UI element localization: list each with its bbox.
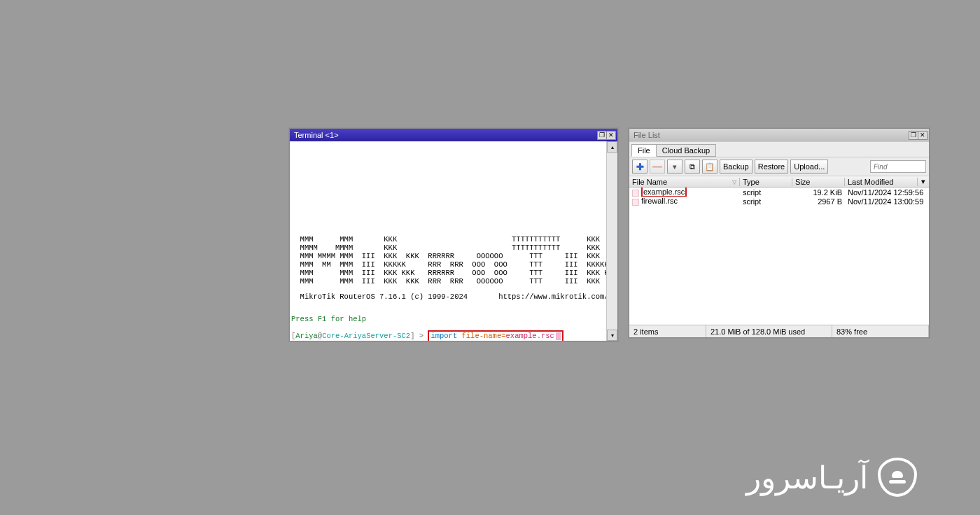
backup-button[interactable]: Backup	[720, 160, 752, 174]
status-free: 83% free	[832, 325, 929, 337]
funnel-icon: ▾	[673, 162, 677, 171]
col-filename[interactable]: File Name	[629, 178, 740, 186]
plus-icon: ✚	[636, 162, 644, 172]
col-size[interactable]: Size	[792, 178, 845, 186]
watermark: آریـاسرور	[746, 458, 917, 497]
file-size: 2967 B	[792, 197, 845, 206]
scroll-up-button[interactable]: ▴	[607, 141, 617, 153]
cmd-arg: file-name=	[462, 332, 506, 340]
command-highlight: import file-name=example.rsc	[428, 330, 563, 341]
filelist-tabs: File Cloud Backup	[629, 142, 929, 157]
table-row[interactable]: firewall.rsc script 2967 B Nov/11/2024 1…	[629, 197, 929, 206]
prompt-line: [Ariya@Core-AriyaServer-SC2] > import fi…	[291, 330, 605, 341]
scroll-down-button[interactable]: ▾	[607, 330, 617, 341]
cmd-keyword: import	[430, 332, 457, 340]
prompt-user: Ariya	[295, 332, 318, 340]
file-size: 19.2 KiB	[792, 188, 845, 197]
watermark-text: آریـاسرور	[746, 460, 868, 495]
col-menu-button[interactable]: ▾	[918, 177, 929, 186]
terminal-scrollbar[interactable]: ▴ ▾	[606, 141, 617, 341]
help-line: Press F1 for help	[291, 315, 605, 323]
file-type: script	[740, 188, 792, 197]
file-icon	[632, 190, 639, 197]
filelist-title: File List	[634, 131, 909, 139]
find-input[interactable]	[870, 160, 926, 173]
copy-icon: ⧉	[690, 162, 695, 171]
minus-icon: —	[652, 161, 662, 172]
col-modified[interactable]: Last Modified	[845, 178, 918, 186]
status-items: 2 items	[629, 325, 706, 337]
remove-button[interactable]: —	[650, 160, 665, 174]
window-restore-button[interactable]: ❐	[909, 131, 918, 140]
cmd-value: example.rsc	[506, 332, 554, 340]
terminal-title: Terminal <1>	[294, 131, 597, 139]
filelist-toolbar: ✚ — ▾ ⧉ 📋 Backup Restore Upload...	[629, 157, 929, 176]
copy-button[interactable]: ⧉	[685, 160, 700, 174]
table-row[interactable]: example.rsc script 19.2 KiB Nov/11/2024 …	[629, 188, 929, 197]
window-close-button[interactable]: ✕	[918, 131, 927, 140]
filelist-titlebar[interactable]: File List ❐ ✕	[629, 129, 929, 141]
tab-file[interactable]: File	[631, 144, 657, 157]
filelist-window: File List ❐ ✕ File Cloud Backup ✚ — ▾ ⧉ …	[629, 128, 930, 338]
file-type: script	[740, 197, 792, 206]
table-body: example.rsc script 19.2 KiB Nov/11/2024 …	[629, 188, 929, 325]
cursor-icon	[556, 332, 561, 340]
window-restore-button[interactable]: ❐	[597, 131, 607, 140]
status-usage: 21.0 MiB of 128.0 MiB used	[706, 325, 832, 337]
filename: firewall.rsc	[641, 197, 678, 205]
window-close-button[interactable]: ✕	[606, 131, 616, 140]
ascii-art: MMM MMM KKK TTTTTTTTTTT KKK MMMM MMMM KK…	[291, 235, 605, 285]
paste-icon: 📋	[705, 162, 715, 171]
file-modified: Nov/11/2024 12:59:56	[845, 188, 929, 197]
terminal-titlebar[interactable]: Terminal <1> ❐ ✕	[290, 129, 617, 141]
version-line: MikroTik RouterOS 7.16.1 (c) 1999-2024 h…	[291, 292, 605, 301]
terminal-window: Terminal <1> ❐ ✕ MMM MMM KKK TTTTTTTTTTT…	[289, 128, 618, 341]
add-button[interactable]: ✚	[632, 160, 648, 174]
terminal-content[interactable]: MMM MMM KKK TTTTTTTTTTT KKK MMMM MMMM KK…	[290, 141, 606, 341]
file-modified: Nov/11/2024 13:00:59	[845, 197, 929, 206]
statusbar: 2 items 21.0 MiB of 128.0 MiB used 83% f…	[629, 325, 929, 337]
table-header: File Name Type Size Last Modified ▾	[629, 176, 929, 188]
tab-cloud-backup[interactable]: Cloud Backup	[656, 144, 717, 157]
col-type[interactable]: Type	[740, 178, 792, 186]
upload-button[interactable]: Upload...	[790, 160, 828, 174]
prompt-host: Core-AriyaServer-SC2	[322, 332, 410, 340]
filter-button[interactable]: ▾	[667, 160, 682, 174]
restore-button[interactable]: Restore	[755, 160, 789, 174]
file-icon	[632, 199, 639, 206]
filename: example.rsc	[641, 188, 687, 196]
logo-icon	[878, 458, 917, 497]
paste-button[interactable]: 📋	[702, 160, 718, 174]
